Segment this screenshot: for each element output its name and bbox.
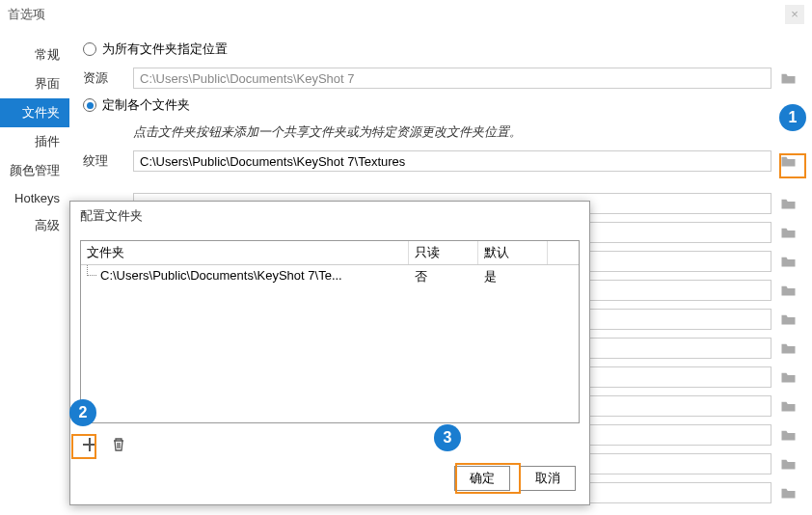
sidebar-item-plugins[interactable]: 插件 [0, 127, 69, 156]
folder-icon[interactable] [777, 395, 798, 417]
sidebar-item-general[interactable]: 常规 [0, 41, 69, 69]
sidebar-item-hotkeys[interactable]: Hotkeys [0, 185, 69, 211]
grid-header-default[interactable]: 默认 [478, 241, 548, 264]
configure-folders-dialog: 配置文件夹 文件夹 只读 默认 C:\Users\Public\Document… [69, 201, 590, 505]
folder-icon[interactable] [777, 366, 798, 388]
folder-grid[interactable]: 文件夹 只读 默认 C:\Users\Public\Documents\KeyS… [80, 240, 580, 423]
folder-icon[interactable] [777, 424, 798, 446]
grid-header-folder[interactable]: 文件夹 [81, 241, 409, 264]
folder-icon[interactable] [777, 251, 798, 272]
grid-header-readonly[interactable]: 只读 [409, 241, 478, 264]
texture-path-input[interactable] [133, 150, 771, 172]
delete-folder-button[interactable] [109, 435, 128, 454]
cancel-button[interactable]: 取消 [520, 466, 576, 491]
callout-badge-2: 2 [69, 399, 96, 426]
sidebar-item-advanced[interactable]: 高级 [0, 211, 69, 240]
sidebar: 常规 界面 文件夹 插件 颜色管理 Hotkeys 高级 [0, 29, 69, 515]
callout-highlight-2 [71, 434, 96, 459]
radio-custom-folders[interactable] [83, 98, 96, 112]
callout-badge-1: 1 [779, 104, 806, 131]
folder-icon [777, 68, 798, 89]
folder-icon[interactable] [777, 193, 798, 214]
dialog-title: 配置文件夹 [70, 202, 589, 230]
folder-icon[interactable] [777, 338, 798, 359]
folder-icon[interactable] [777, 280, 798, 301]
cell-readonly: 否 [409, 265, 478, 288]
radio-all-folders[interactable] [83, 42, 96, 56]
callout-highlight-3 [455, 463, 521, 494]
callout-badge-3: 3 [434, 424, 461, 451]
hint-text: 点击文件夹按钮来添加一个共享文件夹或为特定资源更改文件夹位置。 [133, 123, 798, 141]
sidebar-item-interface[interactable]: 界面 [0, 69, 69, 98]
folder-icon[interactable] [777, 453, 798, 474]
resource-path-input [133, 68, 771, 89]
window-title: 首选项 [8, 0, 45, 29]
radio-custom-folders-label: 定制各个文件夹 [102, 96, 190, 114]
table-row[interactable]: C:\Users\Public\Documents\KeyShot 7\Te..… [81, 265, 579, 288]
cell-default: 是 [478, 265, 548, 288]
cell-folder-path: C:\Users\Public\Documents\KeyShot 7\Te..… [81, 265, 409, 288]
folder-icon[interactable] [777, 482, 798, 503]
folder-icon[interactable] [777, 222, 798, 243]
resource-label: 资源 [83, 69, 133, 87]
radio-all-folders-label: 为所有文件夹指定位置 [102, 41, 228, 58]
sidebar-item-folders[interactable]: 文件夹 [0, 98, 69, 127]
folder-icon[interactable] [777, 309, 798, 330]
callout-highlight-1 [779, 153, 806, 178]
texture-label: 纹理 [83, 152, 133, 170]
sidebar-item-colormgmt[interactable]: 颜色管理 [0, 156, 69, 185]
close-icon[interactable]: × [785, 5, 804, 24]
